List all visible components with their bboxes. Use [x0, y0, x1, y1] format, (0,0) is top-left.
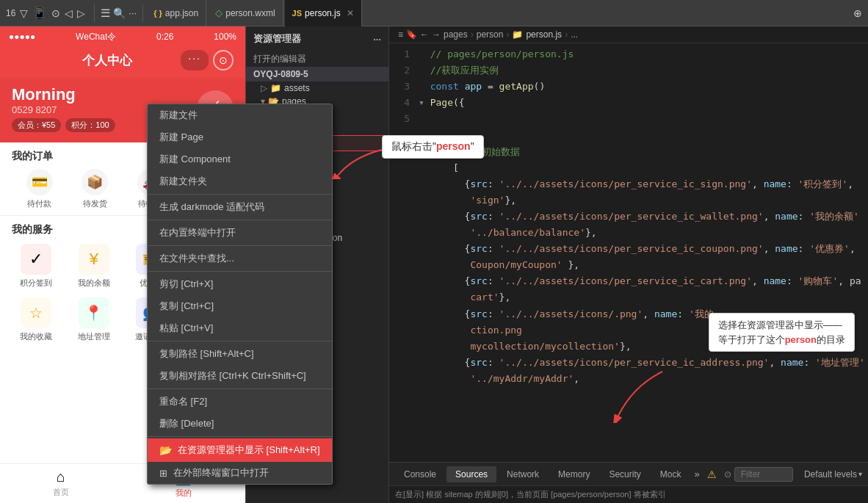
- callout-select-show: 选择在资源管理器中显示——等于打开了这个person的目录: [709, 313, 855, 352]
- tab-person-js[interactable]: JS person.js ✕: [285, 0, 362, 26]
- breadcrumb-forward[interactable]: →: [432, 29, 441, 40]
- show-explorer-icon: 📂: [159, 444, 172, 456]
- devtools-mock-tab[interactable]: Mock: [651, 466, 690, 482]
- devtools-memory-tab[interactable]: Memory: [549, 466, 598, 482]
- menu-new-page[interactable]: 新建 Page: [148, 126, 332, 148]
- phone-time: 0:26: [156, 32, 173, 42]
- menu-new-folder[interactable]: 新建文件夹: [148, 170, 332, 192]
- order-pay-label: 待付款: [27, 198, 51, 209]
- breadcrumb-back[interactable]: ←: [420, 29, 429, 40]
- morning-title: Morning: [12, 85, 115, 104]
- code-line-7: * 页面的初始数据: [419, 144, 856, 160]
- explorer-title: 资源管理器: [253, 32, 301, 46]
- menu-show-in-explorer[interactable]: 📂 在资源管理器中显示 [Shift+Alt+R]: [148, 438, 332, 462]
- breadcrumb-bookmark[interactable]: 🔖: [406, 29, 417, 40]
- service-address[interactable]: 📍 地址管理: [70, 297, 119, 342]
- project-section[interactable]: OYQJ-0809-5: [246, 67, 388, 82]
- toolbar-icon-list[interactable]: ☰: [101, 7, 110, 20]
- toolbar-icon-left[interactable]: ◁: [65, 7, 73, 19]
- service-checkin[interactable]: ✓ 积分签到: [12, 244, 61, 289]
- phone-dots-btn[interactable]: ···: [181, 50, 209, 70]
- orders-title: 我的订单: [12, 150, 53, 163]
- code-line-21: '../myAddr/myAddr',: [419, 371, 856, 387]
- breadcrumb-icon[interactable]: ≡: [398, 29, 403, 40]
- breadcrumb-personjs: person.js: [526, 29, 562, 40]
- service-balance[interactable]: ¥ 我的余额: [70, 244, 119, 289]
- project-name: OYQJ-0809-5: [253, 69, 308, 79]
- nav-mine-label: 我的: [176, 488, 192, 499]
- devtools-security-tab[interactable]: Security: [600, 466, 649, 482]
- service-address-label: 地址管理: [78, 331, 110, 342]
- code-line-1: // pages/person/person.js: [419, 46, 856, 62]
- code-editor[interactable]: 1 2 3 4 5 7 // pages/perso: [389, 43, 868, 462]
- tab-js-label: person.js: [305, 8, 341, 18]
- toolbar-icon-right[interactable]: ▷: [77, 7, 85, 19]
- code-line-12: '../balance/balance'},: [419, 225, 856, 241]
- tree-assets[interactable]: ▷ 📁 assets: [246, 82, 388, 95]
- menu-open-external[interactable]: ⊞ 在外部终端窗口中打开: [148, 462, 332, 484]
- phone-status-bar: ●●●●● WeChat令 0:26 100%: [0, 26, 245, 47]
- nav-home-label: 首页: [53, 487, 69, 498]
- assets-expand-icon: ▷: [261, 83, 267, 93]
- toolbar-icon-more[interactable]: ···: [129, 7, 137, 18]
- line-numbers: 1 2 3 4 5 7: [389, 46, 419, 459]
- menu-paste[interactable]: 粘贴 [Ctrl+V]: [148, 317, 332, 339]
- bottom-info-text: 在[显示] 根据 sitemap 的规则[0]，当前页面 [pages/pers…: [395, 489, 666, 500]
- breadcrumb-folder-icon: 📁: [512, 29, 523, 40]
- menu-open-terminal[interactable]: 在内置终端中打开: [148, 222, 332, 244]
- menu-darkmode[interactable]: 生成 darkmode 适配代码: [148, 196, 332, 218]
- menu-delete[interactable]: 删除 [Delete]: [148, 413, 332, 435]
- menu-copy-path[interactable]: 复制路径 [Shift+Alt+C]: [148, 343, 332, 365]
- show-explorer-label: 在资源管理器中显示 [Shift+Alt+R]: [178, 444, 320, 457]
- code-line-13: {src: '../../assets/icons/per_service_ic…: [419, 241, 856, 257]
- devtools-filter-area: ⊙: [724, 467, 793, 482]
- menu-rename[interactable]: 重命名 [F2]: [148, 391, 332, 413]
- devtools-filter-input[interactable]: [734, 467, 793, 482]
- callout-right-click: 鼠标右击"person": [382, 135, 484, 159]
- open-external-label: 在外部终端窗口中打开: [173, 466, 269, 480]
- open-editors-section[interactable]: 打开的编辑器: [246, 51, 388, 67]
- devtools-console-tab[interactable]: Console: [395, 466, 445, 482]
- menu-new-file[interactable]: 新建文件: [148, 104, 332, 126]
- context-menu: 新建文件 新建 Page 新建 Component 新建文件夹 生成 darkm…: [147, 104, 333, 485]
- toolbar-icon-phone[interactable]: 📱: [32, 6, 47, 20]
- bottom-info-bar: 在[显示] 根据 sitemap 的规则[0]，当前页面 [pages/pers…: [389, 485, 868, 503]
- code-line-16: cart'},: [419, 289, 856, 305]
- tab-close-icon[interactable]: ✕: [347, 8, 354, 18]
- code-content: // pages/person/person.js //获取应用实例 const…: [419, 46, 868, 459]
- toolbar-icon-search[interactable]: 🔍: [113, 7, 126, 19]
- service-favorites[interactable]: ☆ 我的收藏: [12, 297, 61, 342]
- explorer-more-icon[interactable]: ···: [373, 34, 381, 45]
- assets-folder-icon: 📁: [270, 83, 281, 93]
- breadcrumb-sep3: ›: [565, 29, 568, 40]
- toolbar-icon-backward[interactable]: ▽: [20, 7, 28, 19]
- nav-home[interactable]: ⌂ 首页: [53, 468, 69, 499]
- menu-copy[interactable]: 复制 [Ctrl+C]: [148, 295, 332, 317]
- phone-scan-btn[interactable]: ⊙: [213, 50, 234, 70]
- assets-label: assets: [284, 83, 310, 93]
- code-line-4: ▾ Page({: [419, 95, 856, 111]
- tab-app-json[interactable]: { } app.json: [146, 0, 206, 26]
- devtools-more-icon[interactable]: »: [691, 468, 702, 480]
- order-item-ship[interactable]: 📦 待发货: [82, 169, 108, 209]
- phone-battery: 100%: [214, 32, 236, 42]
- tab-person-wxml[interactable]: ◇ person.wxml: [208, 0, 283, 26]
- code-line-3: const app = getApp(): [419, 79, 856, 95]
- default-levels[interactable]: Default levels ▾: [804, 469, 862, 480]
- toolbar-icon-camera[interactable]: ⊙: [51, 7, 60, 19]
- menu-cut[interactable]: 剪切 [Ctrl+X]: [148, 273, 332, 295]
- code-line-9: {src: '../../assets/icons/per_service_ic…: [419, 176, 856, 192]
- code-line-5: [419, 111, 856, 127]
- devtools-sources-tab[interactable]: Sources: [446, 466, 496, 482]
- menu-new-component[interactable]: 新建 Component: [148, 148, 332, 170]
- order-item-pay[interactable]: 💳 待付款: [26, 169, 53, 209]
- menu-find-in-folder[interactable]: 在文件夹中查找...: [148, 247, 332, 269]
- devtools-network-tab[interactable]: Network: [498, 466, 548, 482]
- editor-breadcrumb: ≡ 🔖 ← → pages › person › 📁 person.js › .…: [389, 26, 868, 43]
- breadcrumb-sep1: ›: [471, 29, 474, 40]
- menu-copy-relative[interactable]: 复制相对路径 [Ctrl+K Ctrl+Shift+C]: [148, 365, 332, 387]
- toolbar-num: 16: [6, 8, 15, 18]
- code-line-8: [: [419, 160, 856, 176]
- tab-wxml-icon: ◇: [215, 7, 223, 18]
- toolbar-plus-icon[interactable]: ⊕: [853, 7, 862, 19]
